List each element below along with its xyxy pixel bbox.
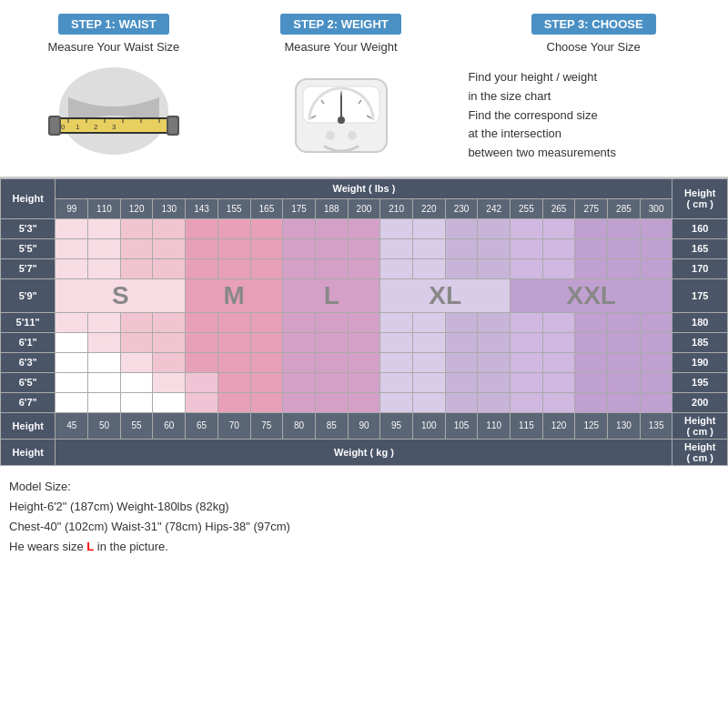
height-cm-2: 165 bbox=[672, 238, 728, 258]
cell bbox=[575, 332, 608, 352]
cell bbox=[608, 332, 641, 352]
cell bbox=[511, 392, 543, 412]
cell bbox=[315, 238, 348, 258]
cell bbox=[283, 332, 316, 352]
table-row: 5'11" 180 bbox=[1, 312, 728, 332]
cell bbox=[186, 332, 218, 352]
cell bbox=[56, 372, 88, 392]
lbs-210: 210 bbox=[380, 198, 413, 218]
cell bbox=[478, 392, 511, 412]
cell bbox=[575, 392, 608, 412]
height-cm-9: 200 bbox=[672, 392, 728, 412]
cell bbox=[250, 218, 283, 238]
step2-badge: STEP 2: WEIGHT bbox=[280, 14, 401, 35]
cell bbox=[380, 238, 413, 258]
height-header-left: Height bbox=[1, 178, 56, 218]
size-m-cell: M bbox=[186, 278, 283, 312]
cell bbox=[608, 312, 641, 332]
cell bbox=[56, 312, 88, 332]
cell bbox=[445, 238, 478, 258]
cell bbox=[217, 218, 250, 238]
cell bbox=[153, 372, 186, 392]
step3-badge: STEP 3: CHOOSE bbox=[531, 14, 656, 35]
cell bbox=[511, 372, 543, 392]
kg-75: 75 bbox=[250, 412, 283, 439]
height-cm-footer: Height( cm ) bbox=[672, 412, 728, 439]
height-cm-footer-right: Height( cm ) bbox=[672, 439, 728, 465]
cell bbox=[542, 352, 575, 372]
cell bbox=[56, 258, 88, 278]
svg-text:0: 0 bbox=[61, 123, 66, 131]
height-cm-7: 190 bbox=[672, 352, 728, 372]
cell bbox=[608, 372, 641, 392]
size-l-cell: L bbox=[283, 278, 380, 312]
cell bbox=[315, 372, 348, 392]
cell bbox=[217, 392, 250, 412]
cell bbox=[412, 238, 445, 258]
lbs-values-row: 99 110 120 130 143 155 165 175 188 200 2… bbox=[1, 198, 728, 218]
cell bbox=[250, 392, 283, 412]
step2-block: STEP 2: WEIGHT Measure Your Weight bbox=[228, 9, 455, 166]
cell bbox=[412, 218, 445, 238]
cell bbox=[380, 218, 413, 238]
scale-illustration bbox=[287, 61, 396, 161]
cell bbox=[88, 312, 121, 332]
lbs-143: 143 bbox=[186, 198, 218, 218]
height-ft-4: 5'9" bbox=[1, 278, 56, 312]
cell bbox=[478, 372, 511, 392]
kg-105: 105 bbox=[445, 412, 478, 439]
kg-130: 130 bbox=[608, 412, 641, 439]
cell bbox=[445, 332, 478, 352]
model-line4-suffix: in the picture. bbox=[94, 540, 168, 553]
cell bbox=[640, 258, 672, 278]
table-row: 6'1" 185 bbox=[1, 332, 728, 352]
cell bbox=[380, 332, 413, 352]
cell bbox=[380, 352, 413, 372]
cell bbox=[186, 312, 218, 332]
lbs-130: 130 bbox=[153, 198, 186, 218]
cell bbox=[315, 332, 348, 352]
height-ft-1: 5'3" bbox=[1, 218, 56, 238]
cell bbox=[56, 332, 88, 352]
height-ft-5: 5'11" bbox=[1, 312, 56, 332]
cell bbox=[283, 238, 316, 258]
cell bbox=[511, 312, 543, 332]
kg-60: 60 bbox=[153, 412, 186, 439]
cell bbox=[88, 238, 121, 258]
cell bbox=[640, 238, 672, 258]
cell bbox=[542, 218, 575, 238]
kg-90: 90 bbox=[348, 412, 380, 439]
header-row-lbs: Height Weight ( lbs ) Height( cm ) bbox=[1, 178, 728, 198]
height-ft-7: 6'3" bbox=[1, 352, 56, 372]
cell bbox=[640, 332, 672, 352]
cell bbox=[56, 352, 88, 372]
cell bbox=[478, 218, 511, 238]
kg-110: 110 bbox=[478, 412, 511, 439]
cell bbox=[315, 218, 348, 238]
cell bbox=[153, 238, 186, 258]
cell bbox=[542, 372, 575, 392]
step3-instructions: Find your height / weight in the size ch… bbox=[468, 68, 616, 163]
cell bbox=[88, 258, 121, 278]
cell bbox=[542, 392, 575, 412]
model-size-letter: L bbox=[86, 540, 94, 553]
cell bbox=[478, 258, 511, 278]
height-cm-1: 160 bbox=[672, 218, 728, 238]
cell bbox=[575, 372, 608, 392]
height-ft-3: 5'7" bbox=[1, 258, 56, 278]
cell bbox=[348, 392, 380, 412]
cell bbox=[445, 392, 478, 412]
cell bbox=[153, 352, 186, 372]
table-row: 6'5" 195 bbox=[1, 372, 728, 392]
cell bbox=[608, 352, 641, 372]
cell bbox=[88, 372, 121, 392]
svg-text:2: 2 bbox=[94, 123, 98, 131]
kg-65: 65 bbox=[186, 412, 218, 439]
cell bbox=[186, 218, 218, 238]
kg-135: 135 bbox=[640, 412, 672, 439]
cell bbox=[445, 218, 478, 238]
cell bbox=[217, 258, 250, 278]
weight-kg-footer: Weight ( kg ) bbox=[56, 439, 672, 465]
cell bbox=[478, 352, 511, 372]
lbs-120: 120 bbox=[120, 198, 153, 218]
